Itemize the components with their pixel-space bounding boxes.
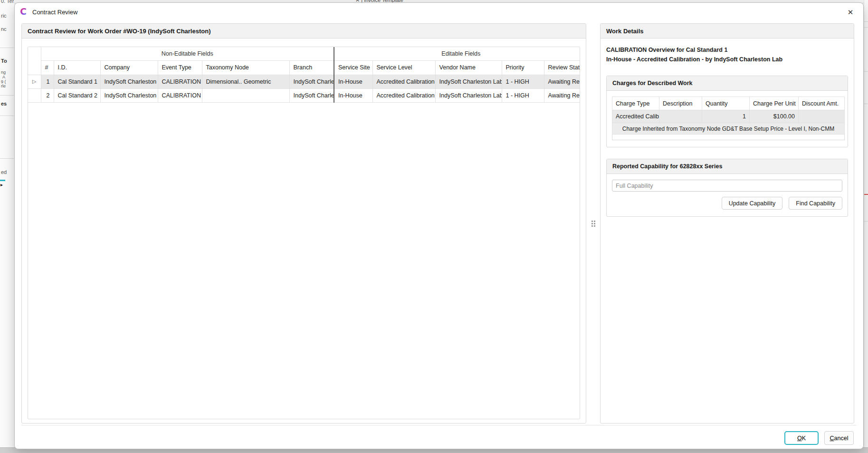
capability-panel: Reported Capability for 62828xx Series U… [606,159,848,217]
cell-taxonomy-node[interactable] [202,88,289,102]
charges-row[interactable]: Accredited Calibration 1 $100.00 [612,110,845,123]
row-selector-header [28,47,41,75]
capability-input[interactable] [612,180,842,192]
cell-review-status[interactable]: Awaiting Review [544,75,580,88]
background-divider [864,104,868,104]
work-order-panel: Contract Review for Work Order #WO-19 (I… [21,23,586,424]
charges-panel: Charges for Described Work Charge Type D… [606,76,848,147]
cell-event-type[interactable]: CALIBRATION [158,88,202,102]
work-details-panel: Work Details CALIBRATION Overview for Ca… [600,23,854,424]
cell-description[interactable] [659,110,702,123]
cell-vendor-name[interactable]: IndySoft Charleston Lab [435,75,502,88]
cancel-button[interactable]: Cancel [824,431,854,445]
charges-table: Charge Type Description Quantity Charge … [612,96,845,140]
background-fragment: es [1,101,7,106]
background-divider [0,95,14,96]
column-header-service-site: Service Site [334,60,372,75]
cell-priority[interactable]: 1 - HIGH [502,88,544,102]
app-logo-icon: C [20,7,29,16]
table-row[interactable]: ▷ 1 Cal Standard 1 IndySoft Charleston C… [28,75,580,88]
close-icon[interactable]: ✕ [843,6,858,19]
background-fragment: 0. Template [1,0,14,4]
background-fragment: To [1,58,7,64]
cell-branch[interactable]: IndySoft Charleston [289,88,334,102]
background-accent-bar [0,180,5,181]
ok-button[interactable]: OK [784,431,819,445]
charge-inherited-note: Charge Inherited from Taxonomy Node GD&T… [612,123,845,135]
window-title: Contract Review [32,9,77,16]
cell-num[interactable]: 1 [41,75,54,88]
cancel-button-label: Cancel [825,435,853,442]
cell-id[interactable]: Cal Standard 2 [54,88,100,102]
row-selector[interactable] [28,88,41,102]
column-header-event-type: Event Type [158,60,202,75]
cell-service-level[interactable]: Accredited Calibration [372,88,435,102]
background-divider [0,158,14,159]
update-capability-button[interactable]: Update Capability [722,197,783,210]
column-header-taxonomy-node: Taxonomy Node [202,60,289,75]
panel-splitter-grip[interactable] [591,219,596,228]
contract-review-dialog: C Contract Review ✕ Contract Review for … [14,2,864,449]
capability-panel-title: Reported Capability for 62828xx Series [607,159,848,174]
column-header-company: Company [100,60,158,75]
cell-charge-per-unit[interactable]: $100.00 [750,110,799,123]
charges-header-quantity: Quantity [702,97,750,110]
background-divider [0,116,14,116]
table-row[interactable]: 2 Cal Standard 2 IndySoft Charleston CAL… [28,88,580,102]
column-header-service-level: Service Level [372,60,435,75]
background-fragment: rle [1,84,6,88]
title-bar[interactable]: C Contract Review ✕ [15,3,863,22]
cell-charge-type[interactable]: Accredited Calibration [612,110,659,123]
cell-branch[interactable]: IndySoft Charleston [289,75,334,88]
cell-priority[interactable]: 1 - HIGH [502,75,544,88]
background-fragment: ed [1,169,7,175]
background-red-mark [864,194,868,195]
cell-event-type[interactable]: CALIBRATION [158,75,202,88]
footer-separator [21,425,857,425]
background-fragment: A [2,75,5,79]
cell-vendor-name[interactable]: IndySoft Charleston Lab [435,88,502,102]
column-header-priority: Priority [502,60,544,75]
row-selector-icon[interactable]: ▷ [28,75,41,88]
work-details-title: Work Details [601,24,854,39]
cell-review-status[interactable]: Awaiting Review [544,88,580,102]
charges-empty-row [612,135,845,140]
column-header-num: # [41,60,54,75]
charges-panel-title: Charges for Described Work [607,76,848,91]
cell-service-site[interactable]: In-House [334,75,372,88]
background-divider [0,48,14,48]
cell-company[interactable]: IndySoft Charleston [100,88,158,102]
background-divider [864,221,868,222]
cell-id[interactable]: Cal Standard 1 [54,75,100,88]
cell-service-level[interactable]: Accredited Calibration [372,75,435,88]
cell-company[interactable]: IndySoft Charleston [100,75,158,88]
charges-header-charge-per-unit: Charge Per Unit [750,97,799,110]
ok-button-label: OK [785,435,818,442]
work-overview: CALIBRATION Overview for Cal Standard 1 … [601,39,854,64]
background-divider [864,71,868,72]
background-fragment: nc [1,26,7,32]
charges-header-description: Description [659,97,702,110]
background-fragment: ric [1,13,7,19]
column-header-vendor-name: Vendor Name [435,60,502,75]
cell-discount-amt[interactable] [799,110,845,123]
cell-quantity[interactable]: 1 [702,110,750,123]
column-header-branch: Branch [289,60,334,75]
charges-header-charge-type: Charge Type [612,97,659,110]
background-divider [864,27,868,28]
cell-taxonomy-node[interactable]: Dimensional.. Geometric [202,75,289,88]
group-header-non-editable: Non-Editable Fields [41,47,334,60]
group-header-editable: Editable Fields [334,47,580,60]
background-right-strip [864,0,868,447]
overview-line-2: In-House - Accredited Calibration - by I… [606,55,848,64]
cursor-icon: ▸ [0,182,3,187]
column-header-id: I.D. [54,60,100,75]
cell-num[interactable]: 2 [41,88,54,102]
background-divider [864,21,868,22]
background-left-strip: 0. Template ric nc To ng A 9 ( rle es ed… [0,0,14,447]
find-capability-button[interactable]: Find Capability [789,197,842,210]
footer: OK Cancel [784,431,854,445]
overview-line-1: CALIBRATION Overview for Cal Standard 1 [606,45,848,55]
work-order-panel-title: Contract Review for Work Order #WO-19 (I… [22,24,586,39]
cell-service-site[interactable]: In-House [334,88,372,102]
